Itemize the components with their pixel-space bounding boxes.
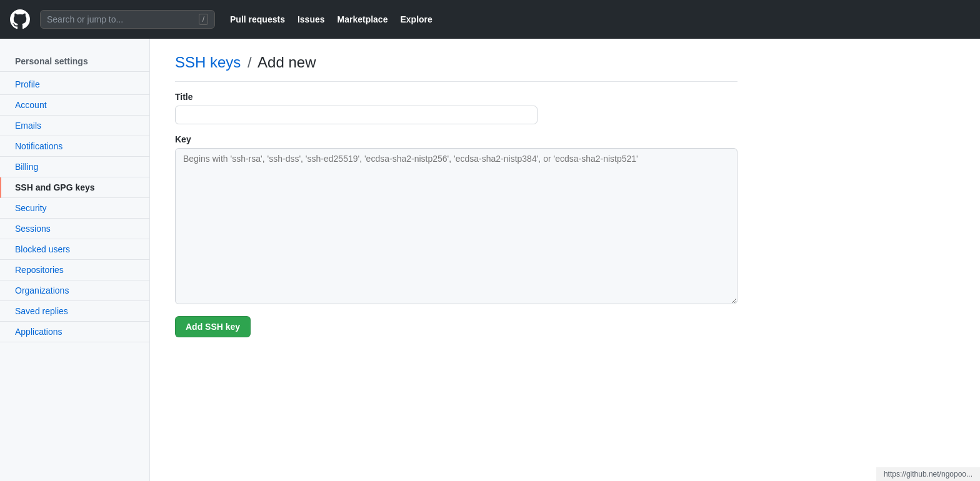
sidebar-item-organizations[interactable]: Organizations [0,280,149,301]
sidebar-item-billing[interactable]: Billing [0,157,149,177]
sidebar-item-profile[interactable]: Profile [0,74,149,95]
key-textarea[interactable] [175,148,738,304]
sidebar-item-notifications[interactable]: Notifications [0,136,149,157]
nav-issues[interactable]: Issues [298,14,325,24]
nav-explore[interactable]: Explore [400,14,432,24]
sidebar-item-account[interactable]: Account [0,95,149,116]
main-content: SSH keys / Add new Title Key Add SSH key [150,39,762,481]
header-nav: Pull requests Issues Marketplace Explore [230,14,432,24]
sidebar-item-emails[interactable]: Emails [0,116,149,136]
title-input[interactable] [175,106,538,124]
page-heading: SSH keys / Add new [175,54,738,82]
key-label: Key [175,134,738,144]
nav-pull-requests[interactable]: Pull requests [230,14,285,24]
sidebar-heading: Personal settings [0,51,149,72]
sidebar-item-sessions[interactable]: Sessions [0,219,149,239]
main-header: / Pull requests Issues Marketplace Explo… [0,0,980,39]
github-logo-icon [10,9,30,29]
sidebar: Personal settings Profile Account Emails… [0,39,150,481]
sidebar-item-ssh-gpg-keys[interactable]: SSH and GPG keys [0,177,149,198]
search-bar[interactable]: / [40,10,215,29]
title-form-group: Title [175,92,738,124]
sidebar-item-repositories[interactable]: Repositories [0,260,149,280]
slash-key-badge: / [199,14,208,25]
add-ssh-key-button[interactable]: Add SSH key [175,316,251,337]
title-label: Title [175,92,738,102]
search-input[interactable] [47,14,194,24]
sidebar-item-applications[interactable]: Applications [0,322,149,342]
sidebar-item-security[interactable]: Security [0,198,149,219]
nav-marketplace[interactable]: Marketplace [338,14,388,24]
status-bar: https://github.net/ngopoo... [876,467,980,481]
ssh-keys-breadcrumb-link[interactable]: SSH keys [175,54,241,71]
sidebar-item-blocked-users[interactable]: Blocked users [0,239,149,260]
key-form-group: Key [175,134,738,306]
sidebar-item-saved-replies[interactable]: Saved replies [0,301,149,322]
breadcrumb-separator: / [248,54,252,71]
page-layout: Personal settings Profile Account Emails… [0,39,980,481]
breadcrumb-current: Add new [258,54,316,71]
